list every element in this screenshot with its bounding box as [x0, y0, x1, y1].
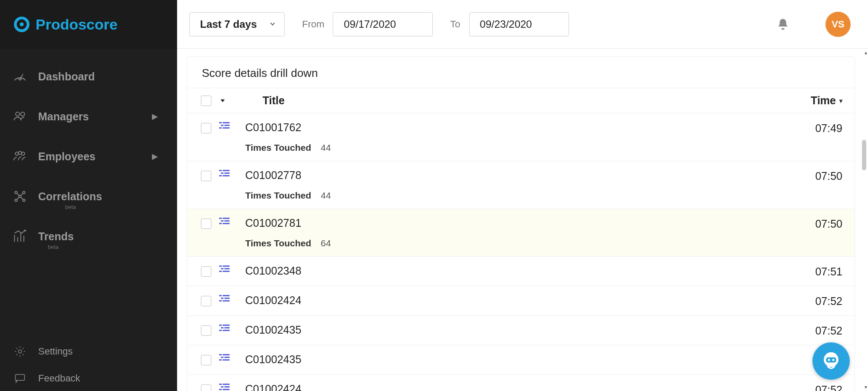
brand-logo[interactable]: Prodoscore: [12, 15, 118, 34]
meta-key: Times Touched: [245, 238, 311, 249]
chevron-right-icon: ▶: [152, 152, 158, 161]
row-time: 07:52: [786, 294, 842, 308]
to-date-value: 09/23/2020: [480, 18, 532, 30]
sidebar-item-label: Feedback: [38, 373, 80, 384]
to-date-group: To 09/23/2020: [450, 12, 569, 36]
svg-rect-34: [221, 220, 224, 222]
svg-rect-21: [223, 122, 230, 123]
svg-rect-41: [224, 268, 230, 269]
row-checkbox[interactable]: [193, 353, 219, 365]
to-date-input[interactable]: 09/23/2020: [469, 12, 569, 36]
svg-rect-38: [219, 265, 222, 267]
column-time[interactable]: Time ▾: [786, 94, 842, 107]
row-checkbox[interactable]: [193, 169, 219, 181]
svg-point-1: [20, 22, 23, 26]
notifications-button[interactable]: [775, 17, 791, 32]
row-time: 07:52: [786, 383, 842, 391]
sidebar-item-label: Employees: [38, 150, 95, 163]
table-row[interactable]: C0100234807:51: [187, 257, 855, 286]
svg-rect-69: [826, 358, 836, 363]
svg-rect-42: [219, 271, 222, 272]
svg-rect-19: [16, 374, 25, 381]
row-checkbox[interactable]: [193, 217, 219, 229]
table-row[interactable]: C0100243507:52: [187, 316, 855, 345]
avatar-initials: VS: [832, 19, 844, 30]
row-title: C01002778: [245, 169, 786, 182]
row-time: 07:50: [786, 169, 842, 182]
chat-icon: [11, 370, 29, 387]
svg-rect-43: [223, 271, 230, 272]
row-checkbox[interactable]: [193, 383, 219, 391]
meta-key: Times Touched: [245, 190, 311, 201]
brand-name: Prodoscore: [36, 16, 118, 33]
sidebar-item-managers[interactable]: Managers ▶: [0, 96, 177, 136]
row-title-block: C01002424: [245, 383, 786, 391]
sidebar-item-label: Correlations: [38, 190, 102, 203]
sidebar-item-correlations[interactable]: Correlations beta: [0, 176, 177, 216]
row-type-icon: [219, 169, 245, 179]
svg-rect-25: [223, 127, 230, 129]
svg-rect-66: [219, 389, 222, 390]
vertical-scrollbar[interactable]: ▴ ▾: [860, 49, 868, 391]
table-row[interactable]: C01002778Times Touched4407:50: [187, 161, 855, 209]
sort-caret-icon: ▾: [839, 97, 842, 104]
table-row[interactable]: C0100243507:52: [187, 345, 855, 375]
from-date-value: 09/17/2020: [344, 18, 396, 30]
svg-rect-61: [223, 359, 230, 361]
row-checkbox[interactable]: [193, 294, 219, 306]
svg-rect-46: [221, 298, 224, 299]
row-checkbox[interactable]: [193, 265, 219, 277]
gauge-icon: [11, 68, 29, 85]
from-label: From: [302, 19, 324, 30]
row-checkbox[interactable]: [193, 121, 219, 133]
row-title: C01002348: [245, 265, 786, 277]
trend-icon: [11, 228, 29, 245]
select-all-checkbox[interactable]: [193, 96, 219, 106]
sidebar-item-settings[interactable]: Settings: [0, 338, 177, 365]
user-avatar[interactable]: VS: [825, 12, 851, 37]
scroll-thumb[interactable]: [862, 140, 866, 170]
date-range-select[interactable]: Last 7 days: [189, 12, 285, 36]
svg-rect-30: [219, 175, 222, 176]
row-type-icon: [219, 121, 245, 132]
table-row[interactable]: C01002781Times Touched6407:50: [187, 209, 855, 257]
from-date-input[interactable]: 09/17/2020: [333, 12, 433, 36]
svg-point-71: [832, 359, 835, 361]
svg-rect-29: [224, 172, 230, 174]
column-title[interactable]: Title: [263, 94, 786, 107]
table-row[interactable]: C01001762Times Touched4407:49: [187, 113, 855, 161]
people-icon: [11, 108, 29, 125]
sidebar-item-trends[interactable]: Trends beta: [0, 216, 177, 256]
team-icon: [11, 148, 29, 165]
drilldown-panel: Score details drill down Title Time ▾ C0…: [187, 56, 855, 391]
row-title-block: C01002435: [245, 324, 786, 336]
scroll-up-icon[interactable]: ▴: [865, 50, 867, 56]
svg-rect-44: [219, 295, 222, 296]
sidebar-item-feedback[interactable]: Feedback: [0, 365, 177, 391]
row-meta: Times Touched44: [245, 142, 786, 153]
svg-rect-39: [223, 265, 230, 267]
chevron-right-icon: ▶: [152, 112, 158, 121]
svg-point-70: [828, 359, 830, 361]
row-time: 07:51: [786, 265, 842, 278]
row-title: C01002781: [245, 217, 786, 229]
beta-badge: beta: [65, 204, 76, 210]
table-row[interactable]: C0100242407:52: [187, 375, 855, 391]
row-meta: Times Touched64: [245, 238, 786, 249]
header-dropdown[interactable]: [219, 97, 237, 104]
svg-rect-62: [219, 384, 222, 385]
svg-point-7: [18, 151, 21, 154]
row-title-block: C01002435: [245, 353, 786, 366]
sidebar-item-dashboard[interactable]: Dashboard: [0, 56, 177, 96]
row-checkbox[interactable]: [193, 324, 219, 336]
scroll-down-icon[interactable]: ▾: [865, 384, 867, 390]
row-time: 07:52: [786, 324, 842, 337]
chatbot-button[interactable]: [812, 342, 850, 380]
svg-point-8: [22, 152, 25, 155]
row-title: C01002435: [245, 353, 786, 366]
date-range-label: Last 7 days: [200, 18, 257, 30]
row-title-block: C01002424: [245, 294, 786, 307]
table-row[interactable]: C0100242407:52: [187, 286, 855, 316]
sidebar-item-label: Managers: [38, 110, 89, 123]
sidebar-item-employees[interactable]: Employees ▶: [0, 136, 177, 176]
